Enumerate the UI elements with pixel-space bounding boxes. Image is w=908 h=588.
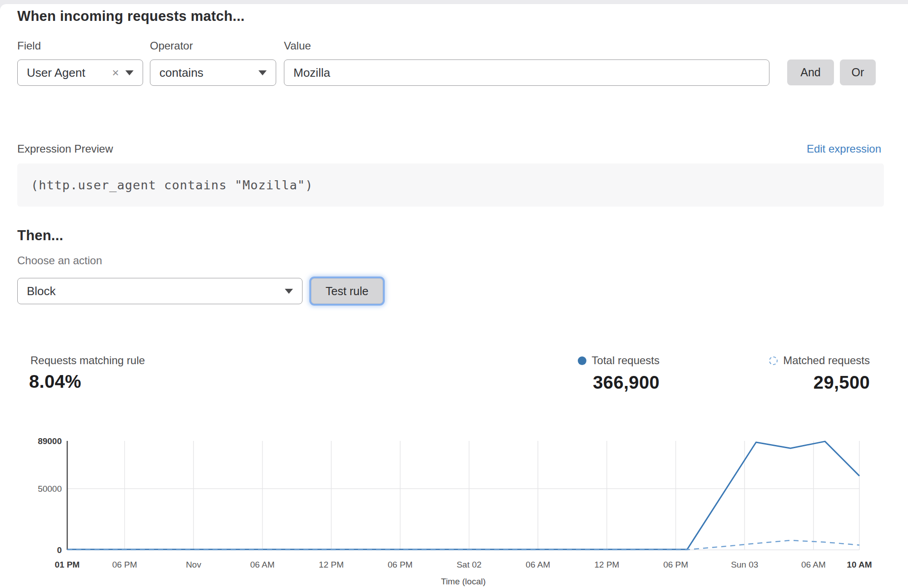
choose-action-label: Choose an action (17, 254, 102, 267)
operator-label: Operator (150, 40, 193, 52)
edit-expression-link[interactable]: Edit expression (807, 143, 881, 155)
total-requests-label: Total requests (592, 354, 660, 367)
requests-chart: 0500008900001 PM06 PMNov06 AM12 PM06 PMS… (0, 422, 908, 588)
operator-select-value: contains (159, 66, 258, 80)
chart-x-tick-label: 06 AM (526, 560, 550, 569)
chevron-down-icon (258, 70, 267, 75)
chevron-down-icon (285, 289, 293, 294)
total-requests-legend-dot-icon (578, 356, 586, 365)
value-label: Value (284, 40, 311, 52)
matched-requests-value: 29,500 (769, 372, 870, 393)
chart-x-tick-label: 06 AM (250, 560, 275, 569)
page-title: When incoming requests match... (17, 8, 245, 25)
chart-y-tick-label: 0 (57, 545, 62, 555)
content-card: When incoming requests match... Field Op… (0, 4, 908, 588)
chart-x-tick-label: Nov (186, 560, 201, 569)
expression-preview-box: (http.user_agent contains "Mozilla") (17, 163, 884, 207)
chart-x-tick-label: 10 AM (847, 560, 872, 569)
chart-x-tick-label: 06 AM (801, 560, 826, 569)
action-select[interactable]: Block (17, 278, 303, 304)
chart-x-tick-label: 01 PM (55, 560, 80, 569)
value-input[interactable] (293, 66, 760, 80)
matched-requests-legend-circle-icon (769, 356, 778, 365)
chart-y-tick-label: 50000 (38, 484, 62, 494)
chart-y-tick-label: 89000 (38, 436, 62, 446)
field-select-value: User Agent (27, 66, 109, 80)
field-label: Field (17, 40, 41, 52)
chart-x-tick-label: 12 PM (594, 560, 619, 569)
matching-rule-label: Requests matching rule (30, 354, 145, 367)
action-select-value: Block (27, 284, 285, 298)
operator-select[interactable]: contains (150, 59, 276, 86)
chart-x-tick-label: 12 PM (319, 560, 344, 569)
matching-rule-value: 8.04% (29, 371, 81, 392)
chevron-down-icon (125, 70, 134, 75)
matched-requests-stat: Matched requests 29,500 (769, 354, 870, 393)
test-rule-button[interactable]: Test rule (311, 278, 383, 304)
total-requests-stat: Total requests 366,900 (578, 354, 660, 393)
total-requests-value: 366,900 (578, 372, 660, 393)
matched-requests-label: Matched requests (783, 354, 870, 367)
chart-x-tick-label: 06 PM (112, 560, 137, 569)
chart-x-tick-label: Sat 02 (456, 560, 481, 569)
field-select[interactable]: User Agent × (17, 59, 143, 86)
chart-series-matched-line (67, 540, 859, 550)
chart-x-tick-label: 06 PM (388, 560, 413, 569)
chart-x-axis-title: Time (local) (441, 577, 486, 586)
chart-x-tick-label: Sun 03 (731, 560, 758, 569)
chart-x-tick-label: 06 PM (663, 560, 688, 569)
firewall-rule-editor: When incoming requests match... Field Op… (0, 0, 908, 588)
value-input-wrap (284, 59, 769, 86)
or-button[interactable]: Or (840, 59, 876, 85)
expression-preview-label: Expression Preview (17, 143, 113, 155)
chart-series-total-line (67, 441, 859, 549)
expression-code: (http.user_agent contains "Mozilla") (17, 178, 313, 192)
clear-field-icon[interactable]: × (109, 67, 125, 79)
then-heading: Then... (17, 227, 63, 244)
and-button[interactable]: And (787, 59, 834, 85)
